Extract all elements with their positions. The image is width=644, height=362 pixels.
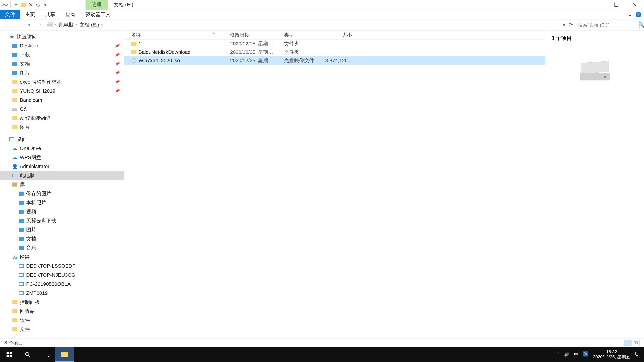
tree-item[interactable]: DESKTOP-NJEU3CG [0, 271, 124, 280]
column-header-size[interactable]: 大小 [322, 32, 356, 38]
nav-up-button[interactable]: ↑ [36, 21, 44, 29]
tree-desktop[interactable]: 桌面 [0, 135, 124, 144]
taskbar-clock[interactable]: 16:32 2020/12/25, 星期五 [593, 350, 630, 360]
tree-item[interactable]: ☁ OneDrive [0, 144, 124, 153]
status-item-count: 3 个项目 [4, 340, 23, 346]
tree-item[interactable]: YUNQISHI2019 📌 [0, 86, 124, 95]
tree-label: 文件 [20, 326, 30, 333]
column-header-date[interactable]: 修改日期 [223, 32, 277, 38]
view-details-button[interactable] [624, 340, 632, 346]
file-row[interactable]: BaiduNetdiskDownload 2020/12/25, 星期五 1..… [124, 48, 545, 56]
chevron-right-icon[interactable]: › [75, 22, 78, 28]
nav-back-button[interactable]: ← [3, 21, 11, 29]
search-box[interactable]: 🔍 [576, 21, 640, 29]
tree-item[interactable]: Bandicam [0, 95, 124, 105]
tree-item[interactable]: G:\ [0, 105, 124, 114]
tree-label: 库 [20, 181, 25, 188]
column-header-name[interactable]: 名称▴ [124, 32, 223, 38]
ribbon-tab-file[interactable]: 文件 [0, 10, 20, 19]
folder-icon [12, 89, 17, 93]
sort-asc-icon: ▴ [212, 31, 214, 35]
tree-item-this-pc[interactable]: 此电脑 [0, 171, 124, 180]
chevron-right-icon[interactable]: › [100, 22, 104, 28]
chevron-right-icon[interactable]: › [54, 22, 57, 28]
tree-item[interactable]: 控制面板 [0, 298, 124, 307]
taskbar-search-button[interactable] [18, 347, 37, 362]
tree-item[interactable]: 视频 [0, 207, 124, 216]
tray-app-icon[interactable] [583, 352, 588, 358]
tree-item[interactable]: win7重装win7 [0, 114, 124, 123]
qat-properties-icon[interactable] [13, 2, 19, 8]
tree-item[interactable]: DESKTOP-LSSOEDP [0, 261, 124, 271]
close-button[interactable] [626, 0, 644, 10]
qat-dropdown-icon[interactable]: ▾ [42, 2, 48, 8]
tree-item[interactable]: 本机照片 [0, 198, 124, 207]
tree-network[interactable]: 🖧 网络 [0, 252, 124, 261]
tree-item[interactable]: Desktop 📌 [0, 41, 124, 50]
navigation-tree[interactable]: ★ 快速访问 Desktop 📌 下载 📌 文档 📌 图片 📌 excel表格制… [0, 30, 124, 339]
folder-icon [12, 44, 17, 48]
tree-item[interactable]: ZMT2019 [0, 289, 124, 298]
folder-icon [131, 42, 136, 46]
maximize-button[interactable] [607, 0, 626, 10]
tree-quick-access[interactable]: ★ 快速访问 [0, 32, 124, 41]
qat-new-folder-icon[interactable] [20, 2, 26, 8]
tree-item[interactable]: 图片 [0, 123, 124, 132]
tree-item[interactable]: 软件 [0, 316, 124, 325]
tree-item[interactable]: 音乐 [0, 243, 124, 252]
file-row[interactable]: 1 2020/12/15, 星期二 1... 文件夹 [124, 39, 545, 48]
qat-delete-icon[interactable]: ✕ [28, 2, 34, 8]
desktop-icon [9, 136, 15, 142]
view-thumbnails-button[interactable] [632, 340, 640, 346]
tray-ime-indicator[interactable]: 中 [574, 352, 578, 358]
search-icon[interactable]: 🔍 [638, 22, 644, 28]
tree-item[interactable]: excel表格制作求和 📌 [0, 77, 124, 86]
address-dropdown-icon[interactable]: ▾ [563, 22, 566, 28]
window-title: 文档 (E:) [108, 0, 139, 10]
refresh-icon[interactable]: ⟳ [568, 22, 573, 28]
ribbon-tab-drive-tools[interactable]: 驱动器工具 [80, 10, 116, 19]
file-list[interactable]: 名称▴ 修改日期 类型 大小 1 2020/12/15, 星期二 1... 文件… [124, 30, 545, 339]
tray-overflow-icon[interactable]: ˄ [557, 352, 559, 357]
ribbon-tab-share[interactable]: 共享 [40, 10, 60, 19]
titlebar: ✕ ▾ 管理 文档 (E:) [0, 0, 644, 10]
tree-item[interactable]: 保存的图片 [0, 189, 124, 198]
ribbon-context-tab[interactable]: 管理 [86, 0, 108, 10]
action-center-icon[interactable] [635, 351, 641, 358]
tree-item[interactable]: 文档 [0, 234, 124, 243]
help-icon[interactable]: ? [636, 12, 641, 17]
tree-item[interactable]: 文档 📌 [0, 59, 124, 68]
taskbar-explorer-button[interactable] [55, 347, 74, 362]
file-row[interactable]: Win7x64_2020.iso 2020/12/25, 星期五 1... 光盘… [124, 56, 545, 65]
tree-item[interactable]: 回收站 [0, 307, 124, 316]
search-input[interactable] [578, 22, 638, 28]
nav-forward-button[interactable]: → [14, 21, 22, 29]
tree-label: excel表格制作求和 [20, 79, 62, 85]
minimize-button[interactable] [589, 0, 607, 10]
breadcrumb[interactable]: › 此电脑 › 文档 (E:) › [47, 21, 560, 28]
folder-icon [12, 80, 17, 84]
ribbon-tab-home[interactable]: 主页 [20, 10, 40, 19]
tree-item[interactable]: 下载 📌 [0, 50, 124, 59]
folder-icon [12, 300, 17, 304]
column-header-type[interactable]: 类型 [277, 32, 322, 38]
breadcrumb-segment[interactable]: 此电脑 [59, 21, 74, 28]
file-size: 3,874,126... [322, 58, 356, 63]
tree-item[interactable]: 图片 📌 [0, 68, 124, 77]
tray-volume-icon[interactable]: 🔊 [564, 352, 569, 357]
qat-undo-icon[interactable] [35, 2, 41, 8]
breadcrumb-segment[interactable]: 文档 (E:) [80, 21, 99, 28]
tree-label: 图片 [20, 69, 30, 76]
tree-item[interactable]: 👤 Administrator [0, 162, 124, 171]
tree-item[interactable]: PC-20190530OBLA [0, 280, 124, 289]
task-view-button[interactable] [37, 347, 55, 362]
tree-item[interactable]: ☁ WPS网盘 [0, 153, 124, 162]
tree-item[interactable]: 文件 [0, 325, 124, 334]
tree-item[interactable]: 天翼云盘下载 [0, 216, 124, 225]
tree-item[interactable]: 图片 [0, 225, 124, 234]
tree-item[interactable]: 库 [0, 180, 124, 189]
nav-recent-dropdown[interactable]: ▾ [25, 21, 33, 29]
ribbon-tab-view[interactable]: 查看 [60, 10, 80, 19]
start-button[interactable] [0, 347, 18, 362]
ribbon-expand-icon[interactable]: ⌄ [628, 11, 632, 17]
